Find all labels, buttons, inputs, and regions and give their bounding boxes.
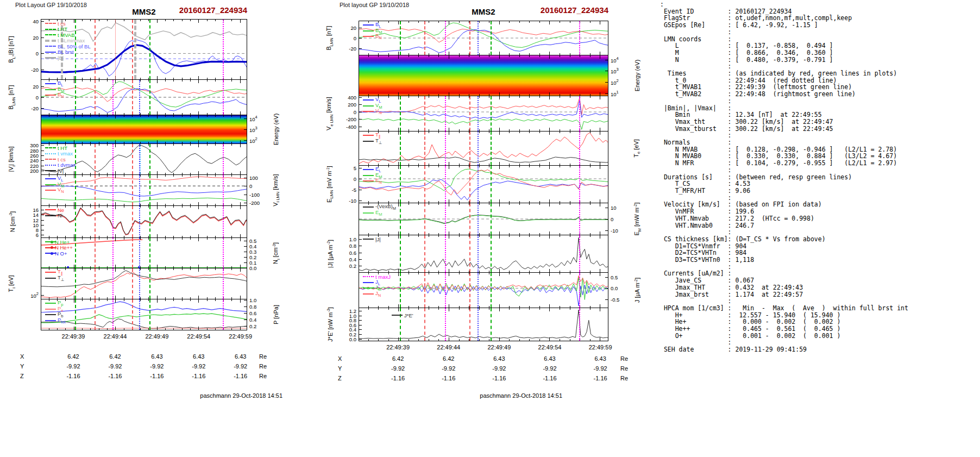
event-marker-line bbox=[400, 273, 401, 308]
event-marker-line bbox=[132, 80, 133, 115]
legend-item: J*E' bbox=[392, 312, 413, 318]
tick-label: 102 bbox=[249, 136, 257, 143]
event-marker-line bbox=[95, 80, 96, 115]
legend-label: JN bbox=[375, 290, 381, 298]
tick-label: 0 bbox=[354, 35, 356, 41]
legend-line-sample bbox=[363, 36, 374, 37]
event-marker-line bbox=[149, 80, 150, 115]
event-marker-line bbox=[424, 273, 425, 308]
event-marker-line bbox=[149, 299, 150, 330]
event-marker-line bbox=[75, 268, 76, 299]
tick-label: 101 bbox=[611, 90, 619, 97]
legend-line-sample bbox=[45, 278, 56, 279]
legend-line-sample bbox=[45, 215, 56, 216]
event-marker-line bbox=[478, 235, 479, 272]
legend-label: BN bbox=[375, 33, 382, 40]
legend-line-sample bbox=[363, 111, 374, 112]
position-value: 6.43 bbox=[594, 355, 606, 362]
position-value: 6.42 bbox=[392, 355, 404, 362]
position-unit: Re bbox=[620, 375, 628, 381]
tick-label: 0.2 bbox=[349, 262, 356, 268]
legend-line-sample bbox=[45, 46, 56, 47]
tick-label: 10 bbox=[611, 205, 617, 211]
tick-label: 0 bbox=[249, 183, 252, 189]
legend-line-sample bbox=[45, 309, 56, 310]
legend-label: EM bbox=[375, 209, 382, 217]
event-marker-line bbox=[139, 268, 140, 299]
event-marker-line bbox=[149, 268, 150, 299]
legend-line-sample bbox=[363, 141, 374, 142]
tick-label: 104 bbox=[611, 56, 619, 63]
position-value: -1.16 bbox=[442, 375, 455, 381]
event-marker-line bbox=[75, 80, 76, 115]
legend-label: N O+ bbox=[55, 251, 67, 256]
legend-line-sample bbox=[45, 320, 56, 321]
panel-jdote: 1.21.00.80.60.40.20.0J*E' [nW m-3]J*E' bbox=[359, 308, 608, 341]
legend: BLBMBN bbox=[363, 22, 382, 40]
event-marker-line bbox=[132, 206, 133, 237]
event-marker-line bbox=[491, 273, 492, 308]
y-axis-label-right: Vi LMN [km/s] bbox=[272, 174, 280, 206]
event-marker-line bbox=[139, 238, 140, 268]
legend: ELEMEN bbox=[363, 167, 382, 184]
middle-plot-time-axis: 22:49:3922:49:4422:49:4922:49:5422:49:59 bbox=[359, 344, 608, 352]
tick-label: 100 bbox=[249, 174, 258, 180]
legend-label: t BLminmax bbox=[58, 37, 85, 43]
event-marker-line bbox=[469, 96, 470, 131]
event-marker-line bbox=[95, 206, 96, 237]
position-unit: Re bbox=[620, 355, 628, 362]
legend-label: T⊥ bbox=[375, 137, 382, 145]
legend-item: EN bbox=[363, 178, 382, 184]
time-tick-label: 22:49:49 bbox=[487, 344, 511, 350]
event-marker-line bbox=[132, 268, 133, 299]
event-marker-line bbox=[579, 308, 580, 341]
event-marker-line bbox=[149, 238, 150, 268]
info-text: : Event ID : 20160127_224934 FlagStr : o… bbox=[660, 1, 908, 353]
panel-vi-lmn: 1000-100-200Vi LMN [km/s]VLVMVN bbox=[41, 174, 247, 206]
y-axis-label: BLMN [nT] bbox=[325, 26, 334, 50]
legend-item: t cs bbox=[45, 156, 76, 162]
legend-line-sample bbox=[45, 165, 56, 166]
y-axis-label: BL,|B| [nT] bbox=[8, 36, 16, 63]
spectrogram-ion-spectrogram bbox=[41, 115, 247, 143]
legend-line-sample bbox=[45, 170, 56, 171]
event-marker-line bbox=[478, 203, 479, 235]
legend-item: N O+ bbox=[45, 251, 73, 256]
panel-blmn-m: 200-20BLMN [nT]BLBMBN bbox=[359, 21, 608, 55]
left-plot-panels: 40200-20BL,|B| [nT]t cst HTt MVABt BLmin… bbox=[41, 19, 247, 330]
event-marker-line bbox=[400, 96, 401, 131]
tick-label: -100 bbox=[249, 191, 260, 197]
middle-plot-event-id: 20160127_224934 bbox=[359, 5, 608, 15]
tick-label: 104 bbox=[249, 115, 257, 122]
panel-jlmn: 0.50.0-0.5J [μA m-2]t maxJJLJMJN bbox=[359, 272, 608, 308]
y-axis-label: ELMN [mV m-1] bbox=[325, 166, 335, 203]
middle-plot-credit: paschmann 29-Oct-2018 14:51 bbox=[388, 392, 562, 399]
legend-label: VN bbox=[375, 108, 382, 115]
legend-line-sample bbox=[363, 135, 374, 136]
event-marker-line bbox=[491, 308, 492, 341]
tick-label: 103 bbox=[611, 67, 619, 74]
tick-label: 0 bbox=[354, 176, 356, 182]
y-axis-label: |J| [μA m-2] bbox=[326, 240, 334, 268]
event-marker-line bbox=[424, 21, 425, 55]
tick-label: -20 bbox=[31, 67, 39, 73]
panel-ion-spectrogram: 104103102Energy (eV) bbox=[41, 115, 247, 144]
legend-line-sample bbox=[363, 180, 374, 181]
legend-line-sample bbox=[363, 99, 374, 101]
legend: |J| bbox=[363, 236, 381, 242]
legend-line-sample bbox=[363, 206, 374, 208]
event-marker-line bbox=[424, 132, 425, 165]
legend-item: t vmax bbox=[45, 151, 76, 157]
event-marker-line bbox=[95, 20, 96, 79]
event-marker-line bbox=[400, 132, 401, 165]
legend: T∥T⊥ bbox=[45, 270, 64, 281]
tick-label: 103 bbox=[249, 126, 257, 133]
event-marker-line bbox=[445, 308, 446, 341]
legend-item: VN bbox=[45, 187, 65, 193]
event-marker-line bbox=[132, 20, 133, 79]
event-marker-line bbox=[469, 166, 470, 203]
legend-line-sample bbox=[45, 40, 56, 42]
event-marker-line bbox=[400, 203, 401, 235]
event-marker-line bbox=[139, 299, 140, 330]
y-axis-label-right: J [μA m-2] bbox=[633, 278, 641, 303]
